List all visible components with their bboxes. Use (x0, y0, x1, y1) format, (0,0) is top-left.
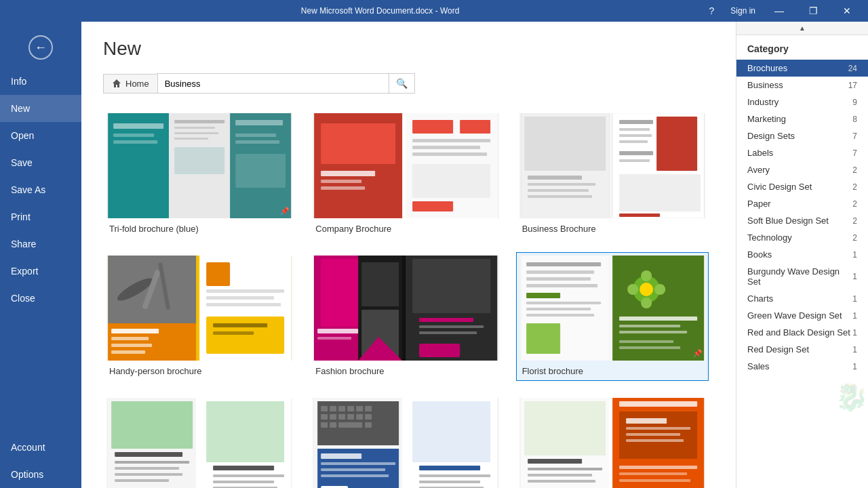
svg-rect-82 (526, 262, 601, 266)
template-card-green[interactable]: Green brochure (103, 394, 296, 488)
svg-rect-27 (412, 164, 490, 198)
category-item-business[interactable]: Business 17 (736, 77, 868, 94)
svg-rect-57 (206, 262, 230, 286)
template-card-fashion[interactable]: Fashion brochure (309, 252, 502, 381)
svg-rect-35 (528, 195, 592, 198)
category-item-marketing[interactable]: Marketing 8 (736, 110, 868, 127)
template-card-handyperson[interactable]: Handy-person brochure (103, 252, 296, 381)
svg-rect-108 (115, 467, 179, 470)
svg-rect-71 (317, 337, 351, 340)
restore-button[interactable]: ❐ (797, 0, 829, 22)
svg-rect-32 (528, 176, 582, 180)
svg-rect-115 (213, 474, 284, 477)
svg-rect-87 (526, 302, 601, 304)
sidebar-item-options[interactable]: Options (0, 461, 81, 488)
category-item-labels[interactable]: Labels 7 (736, 144, 868, 161)
back-button[interactable]: ← (0, 27, 81, 68)
svg-rect-106 (115, 452, 182, 457)
template-card-keyboard[interactable]: Modern brochure (309, 394, 502, 488)
svg-rect-122 (321, 406, 328, 411)
category-item-design-sets[interactable]: Design Sets 7 (736, 127, 868, 144)
svg-rect-18 (321, 171, 375, 176)
sidebar-item-save-as[interactable]: Save As (0, 176, 81, 203)
svg-point-94 (641, 298, 652, 308)
sidebar-item-close[interactable]: Close (0, 285, 81, 312)
category-item-green-wave[interactable]: Green Wave Design Set 1 (736, 307, 868, 324)
svg-rect-61 (206, 317, 284, 354)
window-title: New Microsoft Word Document.docx - Word (60, 6, 701, 16)
close-button[interactable]: ✕ (831, 0, 863, 22)
sidebar-item-info[interactable]: Info (0, 68, 81, 95)
category-item-paper[interactable]: Paper 2 (736, 195, 868, 212)
category-item-red-black[interactable]: Red and Black Design Set 1 (736, 324, 868, 341)
svg-rect-62 (213, 323, 267, 327)
right-panel: ▲ Category Brochures 24 Business 17 Indu… (736, 22, 868, 488)
minimize-button[interactable]: — (764, 0, 795, 22)
svg-rect-148 (419, 474, 490, 477)
svg-rect-20 (321, 186, 365, 190)
home-icon (112, 79, 121, 88)
home-button[interactable]: Home (103, 74, 157, 94)
svg-rect-102 (619, 346, 680, 349)
category-item-burgundy-wave[interactable]: Burgundy Wave Design Set 1 (736, 263, 868, 290)
svg-rect-86 (526, 293, 560, 298)
template-thumb-fashion (313, 256, 498, 361)
svg-rect-89 (526, 314, 594, 317)
svg-rect-133 (365, 414, 372, 420)
svg-rect-128 (321, 414, 328, 420)
template-card-company[interactable]: Company Brochure (309, 110, 502, 239)
svg-rect-105 (111, 401, 193, 449)
category-item-charts[interactable]: Charts 1 (736, 290, 868, 307)
svg-rect-90 (526, 323, 560, 354)
svg-rect-161 (619, 401, 697, 407)
category-item-red-design[interactable]: Red Design Set 1 (736, 341, 868, 358)
search-input[interactable] (158, 75, 389, 93)
template-card-business[interactable]: Business Brochure (516, 110, 709, 239)
svg-rect-85 (526, 284, 597, 287)
template-card-florist[interactable]: 📌 Florist brochure (516, 252, 709, 381)
page-title: New (103, 38, 714, 60)
svg-rect-149 (419, 481, 480, 483)
search-input-wrap: 🔍 (157, 73, 415, 94)
svg-rect-7 (174, 132, 218, 134)
sidebar-item-share[interactable]: Share (0, 230, 81, 258)
category-item-soft-blue[interactable]: Soft Blue Design Set 2 (736, 212, 868, 229)
svg-rect-158 (528, 480, 595, 483)
template-label-fashion: Fashion brochure (313, 365, 498, 378)
category-item-technology[interactable]: Technology 2 (736, 229, 868, 246)
category-item-industry[interactable]: Industry 9 (736, 94, 868, 110)
category-item-avery[interactable]: Avery 2 (736, 161, 868, 178)
sidebar-item-account[interactable]: Account (0, 434, 81, 461)
svg-rect-147 (419, 466, 480, 470)
svg-rect-156 (528, 468, 602, 470)
svg-rect-11 (235, 120, 283, 125)
sign-in-btn[interactable]: Sign in (725, 6, 761, 16)
svg-rect-109 (115, 473, 182, 476)
template-card-trifold[interactable]: 📌 Tri-fold brochure (blue) (103, 110, 296, 239)
svg-rect-34 (528, 189, 589, 192)
category-item-books[interactable]: Books 1 (736, 246, 868, 263)
sidebar-item-export[interactable]: Export (0, 258, 81, 285)
scroll-up-button[interactable]: ▲ (736, 22, 868, 35)
category-item-civic-design-set[interactable]: Civic Design Set 2 (736, 178, 868, 195)
svg-rect-75 (419, 318, 473, 322)
content-scroll[interactable]: New Home 🔍 (81, 22, 736, 488)
svg-rect-44 (619, 174, 701, 211)
help-button[interactable]: ? (701, 0, 722, 22)
sidebar-item-print[interactable]: Print (0, 203, 81, 230)
sidebar-item-save[interactable]: Save (0, 149, 81, 176)
sidebar-item-open[interactable]: Open (0, 122, 81, 149)
svg-rect-24 (412, 139, 490, 142)
category-item-brochures[interactable]: Brochures 24 (736, 60, 868, 77)
svg-rect-110 (115, 479, 169, 482)
svg-rect-68 (361, 262, 399, 306)
template-thumb-keyboard (313, 398, 498, 488)
search-button[interactable]: 🔍 (389, 74, 414, 93)
svg-rect-146 (412, 401, 490, 462)
back-circle-icon[interactable]: ← (28, 35, 53, 60)
category-item-sales[interactable]: Sales 1 (736, 358, 868, 375)
template-label-trifold: Tri-fold brochure (blue) (106, 222, 292, 235)
template-card-orange[interactable]: Orange brochure (516, 394, 709, 488)
svg-rect-141 (321, 468, 385, 471)
sidebar-item-new[interactable]: New (0, 95, 81, 122)
